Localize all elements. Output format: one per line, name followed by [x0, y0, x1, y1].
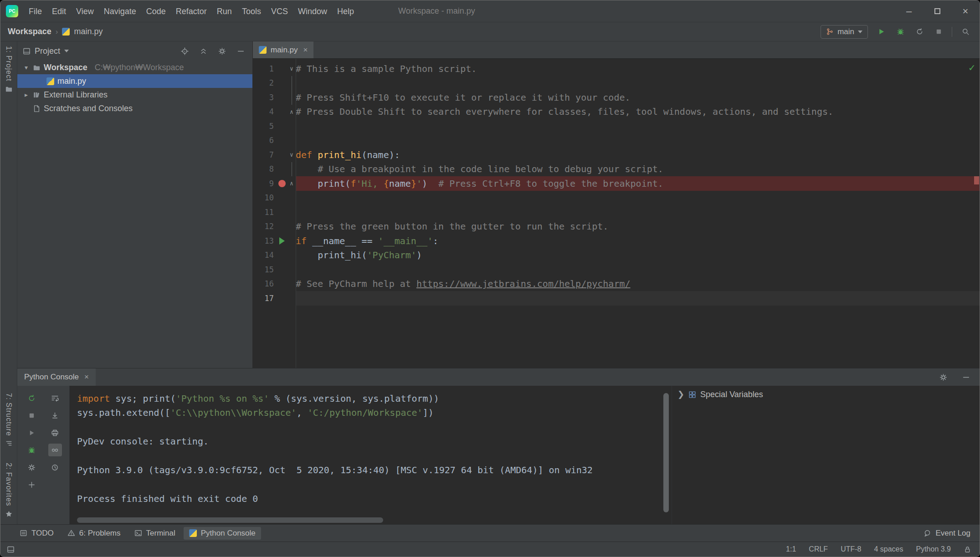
menu-file[interactable]: File: [24, 0, 47, 22]
browse-history-button[interactable]: [48, 461, 62, 474]
minimize-button[interactable]: –: [895, 0, 923, 22]
code-text[interactable]: if __name__ == '__main__':: [296, 234, 980, 248]
rerun-button[interactable]: [25, 392, 39, 404]
hide-button[interactable]: [960, 372, 971, 383]
debug-button[interactable]: [894, 26, 906, 38]
code-text[interactable]: [296, 119, 980, 133]
code-editor[interactable]: 1∨# This is a sample Python script.23# P…: [253, 59, 980, 368]
line-number[interactable]: 17: [253, 294, 277, 303]
console-tab[interactable]: Python Console ×: [17, 368, 96, 386]
menu-window[interactable]: Window: [293, 0, 332, 22]
code-text[interactable]: # Press Double Shift to search everywher…: [296, 105, 980, 119]
hide-button[interactable]: [235, 46, 246, 56]
line-number[interactable]: 6: [253, 136, 277, 145]
status-utf-8[interactable]: UTF-8: [841, 545, 861, 553]
line-number[interactable]: 7: [253, 150, 277, 159]
code-text[interactable]: [296, 133, 980, 148]
line-number[interactable]: 12: [253, 222, 277, 231]
event-log-button[interactable]: Event Log: [924, 529, 970, 538]
chevron-right-icon[interactable]: ▸: [23, 91, 30, 98]
console-output[interactable]: import sys; print('Python %s on %s' % (s…: [70, 386, 672, 525]
maximize-button[interactable]: [923, 0, 951, 22]
toolwindow-button-terminal[interactable]: Terminal: [129, 527, 181, 540]
locate-button[interactable]: [179, 46, 190, 56]
project-panel-title[interactable]: Project: [35, 46, 60, 56]
lock-icon[interactable]: [964, 546, 971, 553]
toolwindow-button-6-problems[interactable]: 6: Problems: [62, 527, 126, 540]
breadcrumb-item-workspace[interactable]: Workspace: [8, 27, 51, 36]
stop-button[interactable]: [933, 26, 944, 38]
settings-button[interactable]: [938, 372, 949, 383]
chevron-down-icon[interactable]: ▾: [23, 64, 30, 71]
new-console-button[interactable]: [25, 478, 39, 491]
line-number[interactable]: 11: [253, 208, 277, 217]
code-text[interactable]: def print_hi(name):: [296, 148, 980, 162]
fold-marker-icon[interactable]: ∨: [287, 148, 296, 162]
fold-marker-icon[interactable]: ∨: [287, 61, 296, 76]
tree-item-main-py[interactable]: main.py: [17, 74, 252, 88]
line-number[interactable]: 16: [253, 279, 277, 288]
line-number[interactable]: 15: [253, 265, 277, 274]
code-text[interactable]: # This is a sample Python script.: [296, 61, 980, 76]
search-everywhere-button[interactable]: [959, 26, 971, 38]
execute-button[interactable]: [25, 426, 39, 439]
inspection-ok-icon[interactable]: ✓: [969, 61, 975, 73]
code-text[interactable]: [296, 76, 980, 91]
code-text[interactable]: [296, 291, 980, 306]
code-text[interactable]: print(f'Hi, {name}') # Press Ctrl+F8 to …: [296, 176, 980, 191]
git-branch-selector[interactable]: main: [821, 25, 868, 39]
tree-item-external-libraries[interactable]: ▸External Libraries: [17, 88, 252, 102]
chevron-right-icon[interactable]: ❯: [677, 389, 684, 399]
line-number[interactable]: 4: [253, 107, 277, 116]
editor-tab-main-py[interactable]: main.py ×: [253, 41, 313, 58]
settings-button[interactable]: [216, 46, 227, 56]
status-python-3-9[interactable]: Python 3.9: [916, 545, 951, 553]
tree-item-workspace[interactable]: ▾WorkspaceC:₩python₩Workspace: [17, 61, 252, 74]
line-number[interactable]: 13: [253, 236, 277, 245]
collapse-all-button[interactable]: [198, 46, 209, 56]
horizontal-scrollbar[interactable]: [77, 517, 383, 523]
fold-marker-icon[interactable]: ∧: [287, 176, 296, 191]
status-4-spaces[interactable]: 4 spaces: [874, 545, 903, 553]
menu-refactor[interactable]: Refactor: [171, 0, 212, 22]
menu-tools[interactable]: Tools: [237, 0, 266, 22]
line-number[interactable]: 14: [253, 250, 277, 260]
menu-help[interactable]: Help: [332, 0, 359, 22]
code-text[interactable]: # Use a breakpoint in the code line belo…: [296, 162, 980, 177]
line-number[interactable]: 5: [253, 122, 277, 131]
code-text[interactable]: # See PyCharm help at https://www.jetbra…: [296, 277, 980, 291]
special-variables-header[interactable]: ❯ Special Variables: [672, 386, 980, 403]
close-button[interactable]: ×: [951, 0, 980, 22]
code-text[interactable]: # Press Shift+F10 to execute it or repla…: [296, 90, 980, 105]
menu-code[interactable]: Code: [141, 0, 171, 22]
tool-button-7-structure[interactable]: 7: Structure: [5, 393, 13, 448]
line-number[interactable]: 10: [253, 193, 277, 202]
tool-window-toggle-icon[interactable]: [7, 546, 15, 553]
line-number[interactable]: 2: [253, 78, 277, 87]
menu-view[interactable]: View: [71, 0, 99, 22]
error-stripe-mark[interactable]: [974, 176, 979, 184]
chevron-down-icon[interactable]: [64, 50, 69, 52]
tool-button-1-project[interactable]: 1: Project: [5, 46, 13, 93]
rerun-button[interactable]: [913, 26, 925, 38]
close-tab-icon[interactable]: ×: [303, 46, 308, 55]
menu-vcs[interactable]: VCS: [266, 0, 293, 22]
scroll-to-end-button[interactable]: [48, 409, 62, 422]
code-text[interactable]: [296, 205, 980, 220]
status-crlf[interactable]: CRLF: [809, 545, 828, 553]
tool-button-2-favorites[interactable]: 2: Favorites: [5, 463, 13, 518]
breakpoint-icon[interactable]: [277, 180, 287, 187]
line-number[interactable]: 3: [253, 93, 277, 102]
run-gutter-icon[interactable]: [277, 237, 287, 245]
settings-button[interactable]: [25, 461, 39, 474]
print-button[interactable]: [48, 426, 62, 439]
menu-edit[interactable]: Edit: [47, 0, 71, 22]
status-1-1[interactable]: 1:1: [786, 545, 796, 553]
attach-debugger-button[interactable]: [25, 444, 39, 456]
line-number[interactable]: 1: [253, 64, 277, 73]
menu-navigate[interactable]: Navigate: [99, 0, 141, 22]
menu-run[interactable]: Run: [212, 0, 237, 22]
line-number[interactable]: 9: [253, 179, 277, 188]
stop-button[interactable]: [25, 409, 39, 422]
toolwindow-button-todo[interactable]: TODO: [14, 527, 59, 540]
